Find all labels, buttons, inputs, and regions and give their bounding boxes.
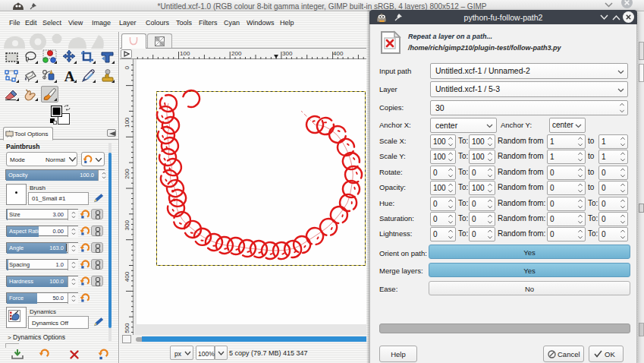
svg-text:A: A (64, 68, 74, 84)
